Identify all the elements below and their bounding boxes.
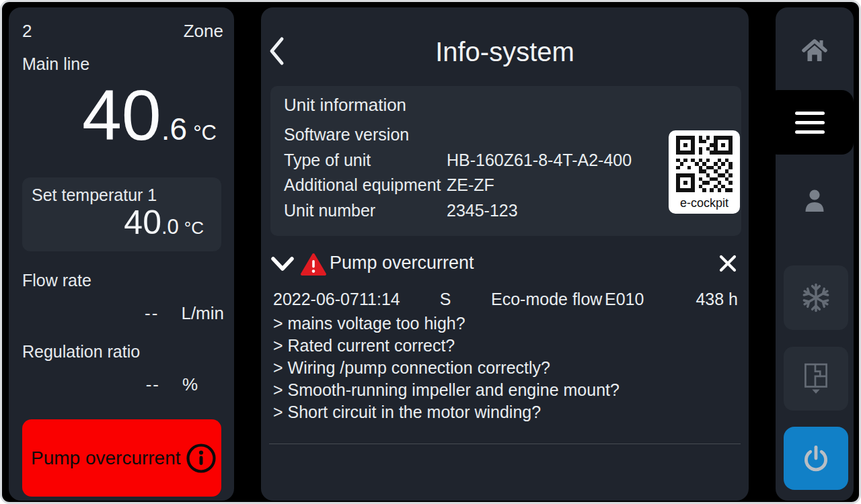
row-value: HB-160Z61-8-4T-A2-400: [447, 151, 632, 170]
main-line-label: Main line: [22, 54, 89, 74]
zone-label: Zone: [184, 21, 223, 42]
alarm-time: 11:14: [359, 290, 424, 309]
chevron-down-icon[interactable]: [270, 255, 295, 274]
regulation-ratio-unit: %: [182, 374, 198, 395]
flow-rate-value: --: [22, 303, 159, 324]
menu-icon: [795, 112, 825, 115]
alarm-source: Eco-mode flow: [467, 290, 605, 309]
row-value: 2345-123: [447, 201, 518, 220]
page-title: Info-system: [261, 37, 749, 67]
snowflake-icon: [798, 280, 833, 315]
alarm-date: 2022-06-07: [273, 290, 359, 309]
mold-icon: [799, 361, 833, 397]
regulation-ratio-label: Regulation ratio: [22, 342, 140, 362]
main-temp-fraction: .6: [161, 111, 187, 147]
regulation-ratio-row: -- %: [22, 374, 224, 395]
e-cockpit-qr-box: e-cockpit: [669, 130, 740, 214]
alarm-check-item: > mains voltage too high?: [273, 312, 620, 335]
home-icon: [798, 34, 831, 62]
main-temp-integer: 40: [82, 76, 161, 155]
alarm-error-code: E010: [605, 290, 685, 309]
close-icon[interactable]: [718, 253, 738, 274]
alarm-banner[interactable]: Pump overcurrent: [22, 419, 221, 497]
set-temperature-value: 40.0°C: [124, 203, 204, 242]
power-button[interactable]: [784, 427, 848, 490]
qr-label: e-cockpit: [669, 196, 740, 210]
alarm-check-item: > Short circuit in the motor winding?: [273, 401, 620, 423]
flow-rate-row: -- L/min: [22, 303, 224, 324]
sidebar-item-menu[interactable]: [766, 90, 854, 155]
divider: [269, 444, 741, 444]
alarm-check-list: > mains voltage too high? > Rated curren…: [273, 312, 620, 423]
sidebar-item-mold[interactable]: [784, 347, 848, 411]
sidebar-item-user[interactable]: [776, 163, 854, 237]
alarm-check-item: > Wiring /pump connection correctly?: [273, 357, 620, 379]
set-temp-unit: °C: [184, 218, 204, 239]
alarm-meta-row: 2022-06-07 11:14 S Eco-mode flow E010 43…: [273, 290, 738, 309]
main-temp-unit: °C: [193, 121, 217, 145]
alarm-title: Pump overcurrent: [330, 253, 474, 274]
warning-triangle-icon: [300, 253, 327, 277]
info-system-panel: Info-system Unit information Software ve…: [261, 7, 749, 501]
alarm-operating-hours: 438 h: [685, 290, 738, 309]
sidebar-item-home[interactable]: [776, 9, 854, 88]
qr-code-icon: [676, 136, 733, 192]
alarm-check-item: > Rated current correct?: [273, 335, 620, 357]
flow-rate-unit: L/min: [181, 303, 224, 324]
set-temperature-card[interactable]: Set temperatur 1 40.0°C: [22, 177, 221, 251]
user-icon: [798, 185, 831, 216]
alarm-detail-header: Pump overcurrent: [261, 249, 749, 278]
alarm-banner-label: Pump overcurrent: [31, 448, 181, 469]
power-icon: [799, 442, 833, 475]
set-temperature-label: Set temperatur 1: [32, 185, 157, 205]
main-line-temperature: 40.6°C: [82, 76, 217, 155]
unit-information-card: Unit information Software version Type o…: [270, 86, 741, 236]
row-label: Type of unit: [284, 151, 371, 170]
set-temp-fraction: .0: [161, 215, 179, 239]
sidebar-item-cooling[interactable]: [784, 265, 848, 330]
row-label: Additional equipment: [284, 175, 441, 195]
row-label: Software version: [284, 125, 409, 144]
row-value: ZE-ZF: [447, 175, 494, 195]
zone-panel: 2 Zone Main line 40.6°C Set temperatur 1…: [9, 7, 234, 501]
unit-information-heading: Unit information: [284, 95, 406, 116]
device-screen: 2 Zone Main line 40.6°C Set temperatur 1…: [0, 0, 861, 504]
regulation-ratio-value: --: [22, 374, 160, 395]
set-temp-integer: 40: [124, 203, 161, 242]
info-circle-icon: [185, 442, 217, 474]
alarm-severity: S: [424, 290, 467, 309]
row-label: Unit number: [284, 201, 375, 220]
flow-rate-label: Flow rate: [22, 271, 91, 290]
alarm-check-item: > Smooth-running impeller and engine mou…: [273, 379, 620, 401]
zone-number: 2: [22, 21, 32, 42]
